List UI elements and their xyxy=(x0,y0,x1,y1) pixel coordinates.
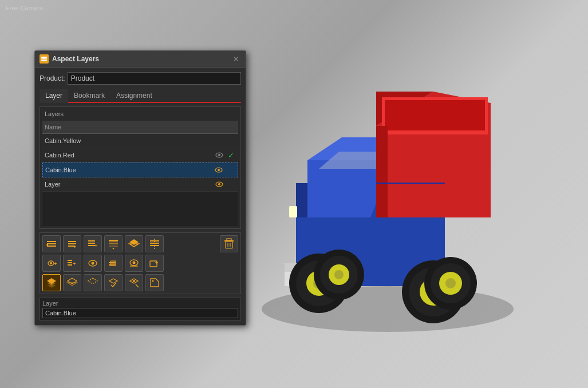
layer-name: Cabin.Blue xyxy=(45,167,214,173)
svg-marker-9 xyxy=(385,100,485,130)
svg-rect-73 xyxy=(68,260,72,261)
svg-text:+: + xyxy=(54,261,57,267)
svg-rect-72 xyxy=(68,264,72,266)
layers-check-button[interactable] xyxy=(104,274,123,291)
tab-assignment[interactable]: Assignment xyxy=(111,89,158,103)
svg-rect-34 xyxy=(41,57,47,58)
tab-bookmark[interactable]: Bookmark xyxy=(68,89,111,103)
svg-point-40 xyxy=(218,183,220,185)
svg-rect-30 xyxy=(289,206,297,217)
layer-footer: Layer Cabin.Blue xyxy=(40,298,241,320)
eye-icon-2 xyxy=(214,165,224,175)
viewport: Free Camera xyxy=(0,0,588,388)
svg-point-95 xyxy=(133,280,135,282)
check-icon-2 xyxy=(225,165,235,175)
table-row[interactable]: Cabin.Yellow xyxy=(42,134,238,148)
eye-icon-3 xyxy=(214,179,224,189)
table-row[interactable]: Cabin.Red ✓ xyxy=(42,148,238,163)
toolbar: + + xyxy=(40,232,241,294)
layers-stack-button[interactable] xyxy=(125,235,143,252)
eye-add-button[interactable]: + xyxy=(42,255,61,272)
table-row[interactable]: Cabin.Blue xyxy=(42,163,238,177)
svg-rect-65 xyxy=(226,241,232,248)
svg-point-69 xyxy=(50,262,52,264)
camera-label: Free Camera xyxy=(6,5,43,11)
check-icon-1: ✓ xyxy=(226,150,236,160)
tabs-container: Layer Bookmark Assignment xyxy=(40,89,241,103)
svg-rect-53 xyxy=(109,240,118,241)
close-button[interactable]: × xyxy=(231,54,241,64)
layers-select-button[interactable] xyxy=(63,274,81,291)
layer-name: Cabin.Yellow xyxy=(45,137,214,144)
svg-line-94 xyxy=(136,284,139,287)
col-icon-1 xyxy=(203,122,213,132)
svg-rect-64 xyxy=(227,239,231,240)
layers-lock-button[interactable] xyxy=(104,255,123,272)
svg-marker-56 xyxy=(112,248,115,250)
merge-layers-button[interactable] xyxy=(104,235,123,252)
add-layer-button[interactable]: + xyxy=(84,235,102,252)
toolbar-row-1: + + xyxy=(42,235,238,252)
svg-rect-32 xyxy=(41,60,47,61)
svg-rect-43 xyxy=(47,241,56,242)
layers-deselect-button[interactable] xyxy=(84,274,102,291)
layer-footer-label: Layer xyxy=(42,300,238,307)
svg-point-29 xyxy=(445,278,456,288)
delete-button[interactable] xyxy=(220,235,238,252)
svg-point-38 xyxy=(218,169,220,171)
svg-marker-58 xyxy=(129,244,139,247)
svg-point-36 xyxy=(218,154,220,156)
toolbar-row-3 xyxy=(42,274,238,291)
assign-button[interactable] xyxy=(42,235,61,252)
layers-empty-space xyxy=(42,192,238,226)
eye-icon-0 xyxy=(214,136,224,146)
check-icon-0 xyxy=(226,136,236,146)
product-label: Product: xyxy=(40,74,65,82)
aspect-layers-dialog: Aspect Layers × Product: Layer Bookmark … xyxy=(34,50,246,326)
layers-edit-button[interactable] xyxy=(125,274,143,291)
col-icon-3 xyxy=(226,122,236,132)
svg-marker-88 xyxy=(47,285,56,288)
product-input[interactable] xyxy=(68,72,241,85)
eye-visible-button[interactable] xyxy=(84,255,102,272)
layer-name: Cabin.Red xyxy=(45,152,214,159)
product-row: Product: xyxy=(40,72,241,85)
split-layers-button[interactable] xyxy=(145,235,164,252)
dialog-icon xyxy=(40,54,49,64)
svg-rect-51 xyxy=(88,240,95,241)
svg-rect-42 xyxy=(47,243,56,244)
layers-link-button[interactable]: + xyxy=(63,255,81,272)
svg-marker-91 xyxy=(88,278,97,284)
layer-name: Layer xyxy=(45,181,214,188)
svg-marker-80 xyxy=(111,261,116,262)
svg-point-76 xyxy=(92,262,94,265)
tab-layer[interactable]: Layer xyxy=(40,89,68,103)
svg-rect-47 xyxy=(68,241,76,242)
layer-footer-value: Cabin.Blue xyxy=(42,308,238,318)
truck-area xyxy=(227,46,542,343)
svg-rect-71 xyxy=(68,262,72,263)
svg-point-82 xyxy=(133,262,136,264)
svg-text:+: + xyxy=(155,260,158,266)
svg-rect-54 xyxy=(109,243,118,244)
dialog-title: Aspect Layers xyxy=(52,55,99,63)
svg-marker-92 xyxy=(109,279,117,283)
layers-box-button[interactable]: + xyxy=(145,255,164,272)
table-row[interactable]: Layer xyxy=(42,177,238,192)
svg-text:+: + xyxy=(94,243,97,248)
svg-rect-41 xyxy=(47,246,56,247)
check-icon-3 xyxy=(226,179,236,189)
svg-point-96 xyxy=(152,280,154,282)
dialog-titlebar: Aspect Layers × xyxy=(35,51,246,68)
col-name-header: Name xyxy=(45,124,203,130)
dialog-title-left: Aspect Layers xyxy=(40,54,99,64)
svg-rect-55 xyxy=(109,246,118,247)
layers-tag-button[interactable] xyxy=(145,274,164,291)
toolbar-row-2: + + + xyxy=(42,255,238,272)
eye-alt-button[interactable] xyxy=(125,255,143,272)
layers-table-header: Name xyxy=(42,121,238,134)
new-layer-button[interactable]: + xyxy=(63,235,81,252)
svg-text:+: + xyxy=(73,244,76,250)
col-icon-2 xyxy=(214,122,224,132)
layers-active-button[interactable] xyxy=(42,274,61,291)
